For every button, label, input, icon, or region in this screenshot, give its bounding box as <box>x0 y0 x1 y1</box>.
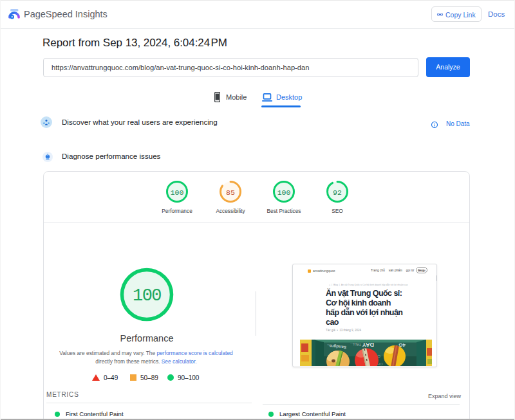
svg-text:TALL..: TALL.. <box>350 342 361 347</box>
svg-text:DAY: DAY <box>362 342 374 348</box>
